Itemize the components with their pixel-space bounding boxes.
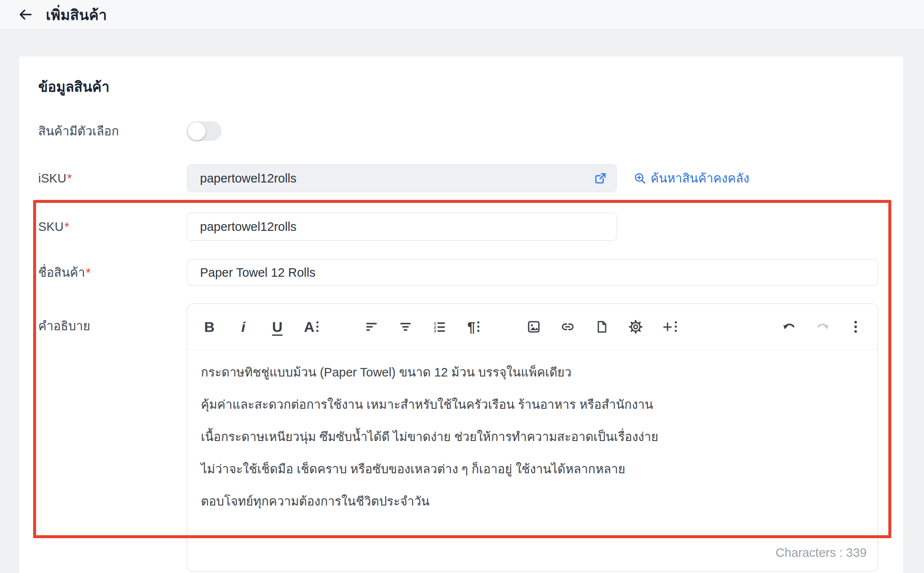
align-center-icon <box>399 320 412 334</box>
underline-icon: U <box>272 320 283 334</box>
plus-icon: + <box>662 318 672 335</box>
top-bar: เพิ่มสินค้า <box>0 0 924 30</box>
toolbar-more-button[interactable] <box>845 315 867 339</box>
arrow-left-icon <box>18 8 33 22</box>
inventory-search-link[interactable]: ค้นหาสินค้าคงคลัง <box>634 169 749 188</box>
sku-label: SKU* <box>38 220 187 234</box>
font-style-icon: A <box>304 320 315 334</box>
bold-button[interactable]: B <box>198 315 220 339</box>
description-content[interactable]: กระดาษทิชชู่แบบม้วน (Paper Towel) ขนาด 1… <box>187 350 878 534</box>
align-left-icon <box>365 320 378 334</box>
required-asterisk: * <box>86 266 90 279</box>
required-asterisk: * <box>67 171 72 185</box>
editor-toolbar: B i U A <box>187 304 878 350</box>
description-paragraph: คุ้มค่าและสะดวกต่อการใช้งาน เหมาะสำหรับใ… <box>201 397 864 412</box>
underline-button[interactable]: U <box>266 315 288 339</box>
undo-icon <box>782 319 797 334</box>
italic-icon: i <box>241 320 245 334</box>
font-style-button[interactable]: A <box>300 315 322 339</box>
product-name-row: ชื่อสินค้า* <box>19 259 903 286</box>
product-name-input[interactable] <box>187 259 878 286</box>
isku-input[interactable] <box>187 164 617 192</box>
align-center-button[interactable] <box>394 315 417 339</box>
variant-toggle-label: สินค้ามีตัวเลือก <box>38 121 187 141</box>
insert-image-button[interactable] <box>523 315 545 339</box>
insert-more-button[interactable]: + <box>659 315 681 339</box>
character-count: Characters : 339 <box>776 546 867 560</box>
sku-row: SKU* <box>19 213 903 241</box>
align-left-button[interactable] <box>361 315 383 339</box>
bold-icon: B <box>204 320 215 334</box>
link-icon <box>561 320 575 334</box>
inventory-search-label: ค้นหาสินค้าคงคลัง <box>651 169 749 188</box>
back-button[interactable] <box>17 6 34 23</box>
redo-button[interactable] <box>811 315 834 339</box>
variant-toggle-switch[interactable] <box>187 121 222 141</box>
dropdown-dots-icon <box>316 321 318 332</box>
section-title: ข้อมูลสินค้า <box>19 56 903 98</box>
redo-icon <box>815 319 830 334</box>
product-info-card: ข้อมูลสินค้า สินค้ามีตัวเลือก iSKU* <box>19 56 903 573</box>
rich-text-editor: B i U A <box>187 303 878 572</box>
ordered-list-icon: 1 2 3 <box>433 320 446 334</box>
editor-footer: Characters : 339 <box>187 534 878 571</box>
image-icon <box>527 320 541 334</box>
insert-link-button[interactable] <box>557 315 579 339</box>
svg-text:3: 3 <box>434 329 436 333</box>
variant-toggle-row: สินค้ามีตัวเลือก <box>19 121 903 141</box>
paragraph-format-button[interactable]: ¶ <box>462 315 485 339</box>
sku-input[interactable] <box>187 213 617 241</box>
paragraph-icon: ¶ <box>468 320 476 334</box>
description-paragraph: เนื้อกระดาษเหนียวนุ่ม ซึมซับน้ำได้ดี ไม่… <box>201 430 864 444</box>
description-paragraph: กระดาษทิชชู่แบบม้วน (Paper Towel) ขนาด 1… <box>201 365 864 379</box>
insert-file-button[interactable] <box>591 315 613 339</box>
description-row: คำอธิบาย B i U A <box>19 303 903 572</box>
description-label: คำอธิบาย <box>38 303 187 336</box>
gear-icon <box>628 320 643 334</box>
toggle-knob <box>188 122 206 140</box>
zoom-in-icon <box>634 172 646 185</box>
description-paragraph: ไม่ว่าจะใช้เช็ดมือ เช็ดคราบ หรือซับของเห… <box>201 462 864 476</box>
page-title: เพิ่มสินค้า <box>46 3 107 26</box>
undo-button[interactable] <box>778 315 800 339</box>
file-icon <box>595 320 608 334</box>
required-asterisk: * <box>65 220 69 233</box>
product-name-label: ชื่อสินค้า* <box>38 263 187 282</box>
kebab-menu-icon <box>854 321 857 333</box>
external-link-icon <box>593 171 608 185</box>
description-paragraph: ตอบโจทย์ทุกความต้องการในชีวิตประจำวัน <box>201 494 864 508</box>
isku-label: iSKU* <box>38 171 187 185</box>
isku-row: iSKU* ค้นหาสินค้าคงคลั <box>19 164 903 192</box>
dropdown-dots-icon <box>477 321 479 332</box>
editor-settings-button[interactable] <box>625 315 647 339</box>
open-external-button[interactable] <box>592 169 609 187</box>
italic-button[interactable]: i <box>232 315 254 339</box>
ordered-list-button[interactable]: 1 2 3 <box>428 315 451 339</box>
dropdown-dots-icon <box>675 321 677 332</box>
